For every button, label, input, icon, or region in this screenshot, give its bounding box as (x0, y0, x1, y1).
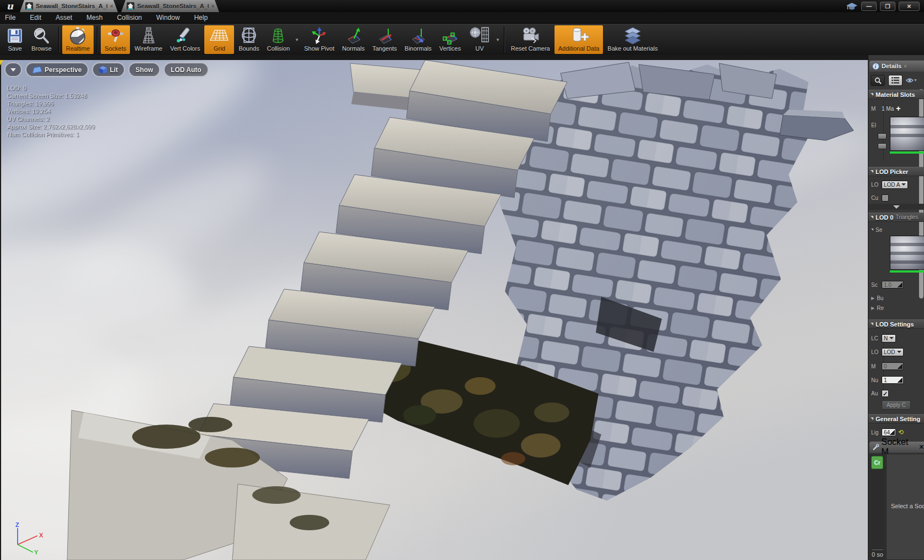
socket-detail-pane: Select a Soc (886, 454, 924, 560)
menu-mesh[interactable]: Mesh (86, 14, 102, 21)
custom-lod-checkbox[interactable] (882, 194, 889, 202)
uv-toggle[interactable]: UV (465, 24, 494, 55)
reset-to-default-icon[interactable]: ⟲ (898, 428, 904, 436)
details-toolbar (871, 75, 917, 86)
wireframe-toggle[interactable]: Wireframe (131, 24, 166, 55)
viewport-3d[interactable]: Perspective Lit Show LOD Auto (0, 55, 868, 560)
reset-camera-button[interactable]: Reset Camera (507, 24, 554, 55)
general-settings-header[interactable]: General Setting (868, 414, 924, 423)
sections-row[interactable]: Se (871, 225, 924, 235)
uv-dropdown-arrow[interactable]: ▼ (496, 37, 500, 42)
menu-file[interactable]: File (5, 14, 15, 21)
material-slot-button-1[interactable] (878, 133, 887, 139)
menu-help[interactable]: Help (194, 14, 208, 21)
list-icon (892, 77, 899, 84)
details-tab[interactable]: i Details × (869, 61, 924, 72)
asset-tab-2[interactable]: Seawall_StoneStairs_A_00 × (121, 0, 219, 12)
collapse-arrow-icon (871, 170, 873, 173)
spinner-icon[interactable] (898, 378, 903, 383)
show-menu-button[interactable]: Show (128, 62, 160, 77)
search-icon (874, 77, 882, 84)
viewport-toolbar: Perspective Lit Show LOD Auto (4, 62, 209, 77)
sockets-toggle[interactable]: Sockets (101, 25, 130, 54)
create-socket-button[interactable]: Cr (871, 456, 883, 469)
close-button[interactable]: ✕ (899, 2, 920, 11)
collision-dropdown-arrow[interactable]: ▼ (295, 37, 299, 42)
viewport-options-dropdown[interactable] (4, 62, 22, 77)
lod-auto-button[interactable]: LOD Auto (164, 62, 209, 77)
lit-mode-selector[interactable]: Lit (92, 62, 125, 77)
grid-toggle[interactable]: Grid (204, 25, 234, 54)
vertices-toggle[interactable]: Vertices (436, 24, 465, 55)
spinner-icon[interactable] (898, 282, 903, 287)
restore-button[interactable]: ❐ (880, 2, 895, 11)
reduction-settings-row[interactable]: ▶ Re (871, 303, 924, 313)
browse-button[interactable]: Browse (28, 24, 56, 55)
tab-close-icon[interactable]: × (110, 3, 113, 9)
binormals-toggle[interactable]: Binormals (401, 24, 436, 55)
menu-edit[interactable]: Edit (30, 14, 41, 21)
save-button[interactable]: Save (2, 24, 28, 55)
realtime-toggle[interactable]: Realtime (62, 25, 94, 54)
show-pivot-toggle[interactable]: Show Pivot (300, 24, 338, 55)
lod-import-dropdown[interactable]: LOD (882, 348, 904, 356)
vertices-icon (440, 26, 460, 46)
view-options-eye-icon[interactable] (906, 77, 917, 84)
axis-gizmo: Z X Y (9, 521, 47, 554)
mesh-stats-overlay: LOD: 0 Current Screen Size: 1.53248 Tria… (7, 84, 95, 138)
normals-toggle[interactable]: Normals (338, 24, 368, 55)
material-slot-button-2[interactable] (878, 143, 887, 149)
spinner-icon[interactable] (890, 430, 895, 435)
collision-toggle[interactable]: Collision (263, 24, 294, 55)
lod-picker-header[interactable]: LOD Picker (868, 167, 924, 176)
lod-settings-header[interactable]: LOD Settings (868, 319, 924, 329)
vert-colors-toggle[interactable]: Vert Colors (166, 24, 204, 55)
bake-out-materials-button[interactable]: Bake out Materials (604, 24, 661, 55)
chevron-down-icon (10, 68, 16, 72)
select-socket-hint: Select a Soc (891, 503, 924, 509)
lod0-header[interactable]: LOD 0 Triangles (868, 213, 924, 222)
material-slots-header[interactable]: Material Slots (868, 90, 924, 99)
tutorial-cap-icon[interactable] (846, 2, 858, 11)
socket-manager-tab[interactable]: Socket M × (869, 442, 924, 453)
bounds-toggle[interactable]: Bounds (235, 24, 263, 55)
asset-tab-1[interactable]: Seawall_StoneStairs_A_00 × (20, 0, 118, 12)
screen-size-row: Sc 1.0 (871, 280, 924, 290)
titlebar: u Seawall_StoneStairs_A_00 × Seawall_Sto… (0, 0, 924, 12)
uv-icon (469, 26, 491, 46)
spinner-icon[interactable] (898, 364, 903, 369)
build-settings-row[interactable]: ▶ Bu (871, 293, 924, 303)
lod-import-row: LO LOD (871, 347, 924, 357)
apply-changes-button[interactable]: Apply C (882, 400, 911, 410)
stat-lod: LOD: 0 (7, 84, 95, 92)
add-material-slot-button[interactable]: + (896, 104, 900, 113)
tab-close-icon[interactable]: × (211, 3, 215, 9)
asset-tab-label: Seawall_StoneStairs_A_00 (36, 3, 107, 9)
num-lods-field[interactable]: 1 (882, 376, 904, 384)
minimize-button[interactable]: — (861, 2, 877, 11)
menu-window[interactable]: Window (156, 14, 180, 21)
section-compile-bar (890, 270, 924, 273)
socket-tab-close-icon[interactable]: × (919, 442, 924, 452)
menu-asset[interactable]: Asset (56, 14, 72, 21)
home-icon (25, 2, 33, 10)
light-map-res-field[interactable]: 64 (882, 428, 896, 436)
lod-picker-dropdown[interactable]: LOD A (882, 181, 908, 189)
tangents-toggle[interactable]: Tangents (368, 24, 401, 55)
perspective-selector[interactable]: Perspective (25, 62, 89, 77)
lod-group-dropdown[interactable]: N (882, 334, 896, 342)
viewport-3d-scene[interactable] (1, 60, 868, 560)
screen-size-field[interactable]: 1.0 (882, 281, 904, 289)
home-icon (127, 2, 134, 10)
min-lod-field[interactable]: 0 (882, 362, 904, 370)
display-filter-button[interactable] (888, 75, 903, 86)
search-button[interactable] (871, 75, 885, 86)
material-thumbnail[interactable] (890, 117, 924, 151)
show-pivot-icon (309, 26, 329, 46)
details-tab-close-icon[interactable]: × (904, 63, 907, 69)
auto-compute-lod-checkbox[interactable]: ✓ (882, 390, 889, 397)
additional-data-toggle[interactable]: Additional Data (555, 25, 604, 54)
section-expander[interactable] (868, 204, 924, 210)
menu-collision[interactable]: Collision (117, 14, 142, 21)
section-material-thumbnail[interactable] (890, 236, 924, 270)
